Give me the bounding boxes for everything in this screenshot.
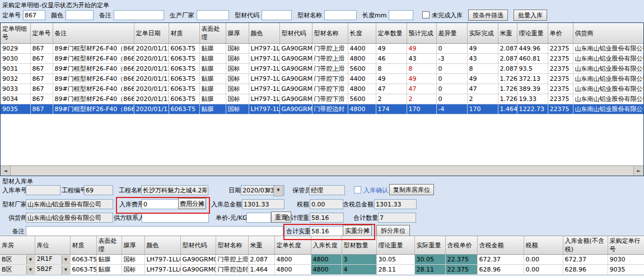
cell[interactable]: 国标 xyxy=(226,74,249,84)
table-row[interactable]: 903186789#门框型材F26-F40（866+867）2020/01/13… xyxy=(1,64,644,74)
cell[interactable]: GA90GRM03 xyxy=(279,44,312,54)
cell[interactable]: 1.464 xyxy=(498,104,517,114)
scroll-left-icon[interactable]: ◄ xyxy=(1,166,11,176)
total-amount-input[interactable] xyxy=(242,199,284,209)
cell[interactable]: GA90GRM05 xyxy=(180,265,216,275)
column-header[interactable]: 型材代码 xyxy=(279,23,312,44)
cell[interactable]: 1.726 xyxy=(498,94,517,104)
cell[interactable]: 3 xyxy=(342,255,376,265)
cell[interactable]: 22375 xyxy=(548,94,573,104)
chevron-down-icon[interactable]: ▼ xyxy=(26,255,35,264)
cell[interactable]: 门带腔下滑 xyxy=(312,74,348,84)
column-header[interactable]: 米重 xyxy=(248,236,274,255)
cell[interactable]: 170 xyxy=(407,104,436,114)
cell[interactable]: 9035 xyxy=(1,104,30,114)
cell[interactable]: GA90GRM05 xyxy=(279,104,312,114)
cell[interactable]: 门带腔上滑 xyxy=(312,54,348,64)
inbound-confirm-checkbox[interactable] xyxy=(354,186,361,194)
cell[interactable]: 1.726 xyxy=(498,74,517,84)
filter-by-condition-button[interactable]: 按条件筛选 xyxy=(468,10,508,21)
column-header[interactable]: 膜厚 xyxy=(226,23,249,44)
cell[interactable]: 贴膜 xyxy=(96,255,122,265)
cell[interactable]: 28.11 xyxy=(414,265,445,275)
cell[interactable]: 0.00 xyxy=(524,255,563,265)
cell[interactable]: 5600 xyxy=(348,94,376,104)
profile-name-filter-input[interactable] xyxy=(324,10,357,20)
cell[interactable]: 1222.73 xyxy=(517,104,548,114)
batch-inbound-button[interactable]: 批量入库 xyxy=(514,10,547,21)
column-header[interactable]: 单价 xyxy=(548,23,573,44)
cell[interactable]: 山东南山铝业股份有限公司 xyxy=(573,54,644,64)
cell[interactable]: 9034 xyxy=(1,94,30,104)
cell[interactable]: 89#门框型材F26-F40（866+867） xyxy=(53,94,134,104)
cell[interactable]: ▼2R1F xyxy=(35,255,70,265)
cell[interactable]: 山东南山铝业股份有限公司 xyxy=(573,64,644,74)
cell[interactable]: 867 xyxy=(30,74,53,84)
tax-input[interactable] xyxy=(310,199,343,209)
cell[interactable]: 2.087 xyxy=(498,54,517,64)
cell[interactable]: 0 xyxy=(436,64,467,74)
cell[interactable]: 国标 xyxy=(226,64,249,74)
cell[interactable]: 国标 xyxy=(226,84,249,94)
cell[interactable]: 449.96 xyxy=(517,44,548,54)
column-header[interactable]: 实际重量 xyxy=(414,236,445,255)
cell[interactable]: 山东南山铝业股份有限公司 xyxy=(573,94,644,104)
cell[interactable]: 贴膜 xyxy=(199,44,226,54)
supplier-input[interactable] xyxy=(26,213,113,223)
cell[interactable]: 6063-T5 xyxy=(169,84,199,94)
cell[interactable]: LH797-1LL0 xyxy=(144,255,180,265)
split-location-button[interactable]: 拆分库位 xyxy=(376,225,410,236)
cell[interactable]: 46 xyxy=(376,54,407,64)
column-header[interactable]: 表面处理 xyxy=(199,23,226,44)
cell[interactable]: LH797-1LL0 xyxy=(249,54,279,64)
column-header[interactable]: 表面处理 xyxy=(96,236,122,255)
cell[interactable]: 2.087 xyxy=(498,64,517,74)
cell[interactable]: 2020/01/13 xyxy=(134,54,169,64)
column-header[interactable]: 理论重量 xyxy=(376,236,414,255)
column-header[interactable]: 膜厚 xyxy=(122,236,144,255)
cell[interactable]: 2 xyxy=(376,94,407,104)
unfinished-checkbox[interactable]: 未完成入库 xyxy=(422,11,463,20)
cell[interactable]: 867 xyxy=(30,94,53,104)
cell[interactable]: LH797-1LL0 xyxy=(249,84,279,94)
column-header[interactable]: 入库长度 xyxy=(311,236,342,255)
column-header[interactable]: 采购定单行号 xyxy=(608,236,644,255)
actual-weight-share-button[interactable]: 实重分摊 xyxy=(343,225,372,236)
cell[interactable]: 门带腔上滑 xyxy=(312,64,348,74)
table-row[interactable]: ▼B区▼5B2F6063-T5贴膜国标LH797-1LL0GA90GRM05门带… xyxy=(0,265,644,275)
cell[interactable]: 4800 xyxy=(274,265,311,275)
cell[interactable]: 4800 xyxy=(348,84,376,94)
chevron-down-icon[interactable]: ▼ xyxy=(26,265,35,274)
table-row[interactable]: 903086789#门框型材F26-F40（866+867）2020/01/13… xyxy=(1,54,644,64)
contact-input[interactable] xyxy=(142,213,209,223)
keeper-input[interactable] xyxy=(309,185,345,195)
cell[interactable]: 9030 xyxy=(1,54,30,64)
cell[interactable]: 4800 xyxy=(311,255,342,265)
total-qty-input[interactable] xyxy=(378,213,416,223)
column-header[interactable]: 预计完成 xyxy=(407,23,436,44)
cell[interactable]: 867 xyxy=(30,104,53,114)
cell[interactable]: 4 xyxy=(342,265,376,275)
cell[interactable]: GA90GRM04 xyxy=(279,74,312,84)
cell[interactable]: 贴膜 xyxy=(199,104,226,114)
cell[interactable]: 49 xyxy=(376,44,407,54)
table-row[interactable]: 903486789#门框型材F26-F40（866+867）2020/01/13… xyxy=(1,94,644,104)
copy-location-button[interactable]: 复制库房库位 xyxy=(389,184,434,195)
cell[interactable]: 6063-T5 xyxy=(169,74,199,84)
cell[interactable]: 贴膜 xyxy=(199,54,226,64)
cell[interactable]: -3 xyxy=(436,54,467,64)
actual-weight-input[interactable] xyxy=(310,226,344,236)
cell[interactable]: 6063-T5 xyxy=(169,64,199,74)
cell[interactable]: 867 xyxy=(30,54,53,64)
column-header[interactable]: 供货商 xyxy=(573,23,644,44)
cell[interactable]: 2 xyxy=(407,94,436,104)
column-header[interactable]: 定单日期 xyxy=(134,23,169,44)
cell[interactable]: 6063-T5 xyxy=(169,94,199,104)
project-no-input[interactable] xyxy=(84,185,113,195)
cell[interactable]: 6063-T5 xyxy=(169,54,199,64)
cell[interactable]: 贴膜 xyxy=(199,64,226,74)
cell[interactable]: 89#门框型材F26-F40（866+867） xyxy=(53,44,134,54)
cell[interactable]: 47 xyxy=(407,84,436,94)
cell[interactable]: 49 xyxy=(407,44,436,54)
cell[interactable]: 389.39 xyxy=(517,84,548,94)
